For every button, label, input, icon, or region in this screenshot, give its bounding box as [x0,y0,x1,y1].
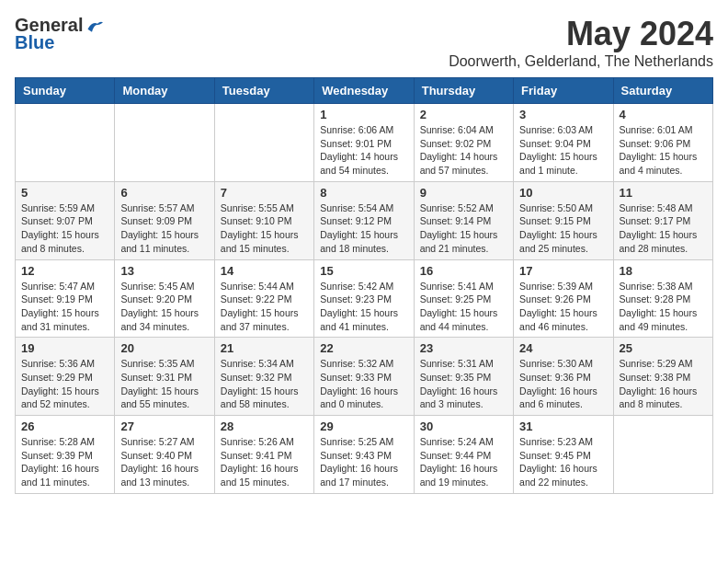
day-info: Sunrise: 6:03 AMSunset: 9:04 PMDaylight:… [519,123,607,178]
calendar-cell: 16Sunrise: 5:41 AMSunset: 9:25 PMDayligh… [414,259,513,338]
calendar-cell: 10Sunrise: 5:50 AMSunset: 9:15 PMDayligh… [514,181,613,259]
day-info: Sunrise: 5:30 AMSunset: 9:36 PMDaylight:… [519,357,607,411]
day-number: 10 [519,186,607,200]
column-header-friday: Friday [514,78,613,104]
calendar-cell [613,416,712,494]
calendar-cell: 30Sunrise: 5:24 AMSunset: 9:44 PMDayligh… [414,416,513,494]
day-info: Sunrise: 5:25 AMSunset: 9:43 PMDaylight:… [320,435,407,489]
day-number: 7 [221,186,308,200]
column-header-tuesday: Tuesday [214,78,313,104]
day-info: Sunrise: 5:24 AMSunset: 9:44 PMDaylight:… [420,435,507,489]
day-info: Sunrise: 5:55 AMSunset: 9:10 PMDaylight:… [221,201,308,256]
day-number: 30 [420,419,507,433]
day-info: Sunrise: 5:45 AMSunset: 9:20 PMDaylight:… [120,280,208,334]
day-info: Sunrise: 5:54 AMSunset: 9:12 PMDaylight:… [320,201,407,256]
calendar-cell: 1Sunrise: 6:06 AMSunset: 9:01 PMDaylight… [314,104,414,182]
calendar-cell: 23Sunrise: 5:31 AMSunset: 9:35 PMDayligh… [414,338,513,416]
day-number: 13 [120,264,208,278]
day-info: Sunrise: 5:50 AMSunset: 9:15 PMDaylight:… [519,201,607,256]
day-number: 16 [420,264,507,278]
day-info: Sunrise: 5:48 AMSunset: 9:17 PMDaylight:… [620,201,707,256]
day-number: 4 [620,108,707,121]
column-header-thursday: Thursday [414,78,513,104]
day-number: 20 [120,341,208,355]
column-header-wednesday: Wednesday [314,78,414,104]
day-info: Sunrise: 5:31 AMSunset: 9:35 PMDaylight:… [420,357,507,411]
calendar-cell: 20Sunrise: 5:35 AMSunset: 9:31 PMDayligh… [115,338,214,416]
day-info: Sunrise: 5:23 AMSunset: 9:45 PMDaylight:… [519,435,607,489]
day-number: 1 [320,108,407,121]
calendar-cell: 12Sunrise: 5:47 AMSunset: 9:19 PMDayligh… [16,259,115,338]
day-info: Sunrise: 5:36 AMSunset: 9:29 PMDaylight:… [21,357,108,411]
calendar-cell: 31Sunrise: 5:23 AMSunset: 9:45 PMDayligh… [514,416,613,494]
calendar-week-row: 5Sunrise: 5:59 AMSunset: 9:07 PMDaylight… [16,181,713,259]
calendar-week-row: 19Sunrise: 5:36 AMSunset: 9:29 PMDayligh… [16,338,713,416]
calendar-cell: 7Sunrise: 5:55 AMSunset: 9:10 PMDaylight… [214,181,313,259]
logo: General Blue [15,15,103,53]
calendar-cell: 3Sunrise: 6:03 AMSunset: 9:04 PMDaylight… [514,104,613,182]
location-subtitle: Doorwerth, Gelderland, The Netherlands [449,53,713,70]
column-header-monday: Monday [115,78,214,104]
day-info: Sunrise: 5:32 AMSunset: 9:33 PMDaylight:… [320,357,407,411]
day-info: Sunrise: 5:38 AMSunset: 9:28 PMDaylight:… [620,280,707,334]
day-info: Sunrise: 6:04 AMSunset: 9:02 PMDaylight:… [420,123,507,178]
day-number: 14 [221,264,308,278]
calendar-cell [115,104,214,182]
calendar-cell: 24Sunrise: 5:30 AMSunset: 9:36 PMDayligh… [514,338,613,416]
column-header-saturday: Saturday [613,78,712,104]
day-info: Sunrise: 6:01 AMSunset: 9:06 PMDaylight:… [620,123,707,178]
calendar-cell: 17Sunrise: 5:39 AMSunset: 9:26 PMDayligh… [514,259,613,338]
calendar-cell: 25Sunrise: 5:29 AMSunset: 9:38 PMDayligh… [613,338,712,416]
calendar-week-row: 12Sunrise: 5:47 AMSunset: 9:19 PMDayligh… [16,259,713,338]
calendar-cell: 11Sunrise: 5:48 AMSunset: 9:17 PMDayligh… [613,181,712,259]
day-number: 3 [519,108,607,121]
day-number: 17 [519,264,607,278]
day-number: 25 [620,341,707,355]
day-info: Sunrise: 5:41 AMSunset: 9:25 PMDaylight:… [420,280,507,334]
day-info: Sunrise: 6:06 AMSunset: 9:01 PMDaylight:… [320,123,407,178]
day-number: 19 [21,341,108,355]
day-number: 27 [120,419,208,433]
calendar-week-row: 26Sunrise: 5:28 AMSunset: 9:39 PMDayligh… [16,416,713,494]
calendar-cell: 19Sunrise: 5:36 AMSunset: 9:29 PMDayligh… [16,338,115,416]
calendar-cell: 28Sunrise: 5:26 AMSunset: 9:41 PMDayligh… [214,416,313,494]
day-info: Sunrise: 5:59 AMSunset: 9:07 PMDaylight:… [21,201,108,256]
day-number: 5 [21,186,108,200]
day-number: 6 [120,186,208,200]
day-number: 9 [420,186,507,200]
day-info: Sunrise: 5:29 AMSunset: 9:38 PMDaylight:… [620,357,707,411]
day-info: Sunrise: 5:47 AMSunset: 9:19 PMDaylight:… [21,280,108,334]
calendar-cell [214,104,313,182]
day-number: 22 [320,341,407,355]
calendar-cell: 14Sunrise: 5:44 AMSunset: 9:22 PMDayligh… [214,259,313,338]
day-number: 2 [420,108,507,121]
calendar-cell: 8Sunrise: 5:54 AMSunset: 9:12 PMDaylight… [314,181,414,259]
day-number: 12 [21,264,108,278]
day-number: 26 [21,419,108,433]
day-info: Sunrise: 5:27 AMSunset: 9:40 PMDaylight:… [120,435,208,489]
day-info: Sunrise: 5:35 AMSunset: 9:31 PMDaylight:… [120,357,208,411]
calendar-cell: 4Sunrise: 6:01 AMSunset: 9:06 PMDaylight… [613,104,712,182]
day-info: Sunrise: 5:26 AMSunset: 9:41 PMDaylight:… [221,435,308,489]
title-area: May 2024 Doorwerth, Gelderland, The Neth… [449,15,713,70]
day-info: Sunrise: 5:42 AMSunset: 9:23 PMDaylight:… [320,280,407,334]
calendar-table: SundayMondayTuesdayWednesdayThursdayFrid… [15,77,713,494]
day-number: 8 [320,186,407,200]
page-header: General Blue May 2024 Doorwerth, Gelderl… [15,15,713,70]
column-header-sunday: Sunday [16,78,115,104]
day-info: Sunrise: 5:34 AMSunset: 9:32 PMDaylight:… [221,357,308,411]
day-number: 28 [221,419,308,433]
day-number: 29 [320,419,407,433]
day-info: Sunrise: 5:57 AMSunset: 9:09 PMDaylight:… [120,201,208,256]
calendar-cell: 5Sunrise: 5:59 AMSunset: 9:07 PMDaylight… [16,181,115,259]
calendar-cell: 27Sunrise: 5:27 AMSunset: 9:40 PMDayligh… [115,416,214,494]
day-number: 21 [221,341,308,355]
calendar-cell: 13Sunrise: 5:45 AMSunset: 9:20 PMDayligh… [115,259,214,338]
day-number: 11 [620,186,707,200]
month-title: May 2024 [449,15,713,53]
day-number: 15 [320,264,407,278]
day-number: 31 [519,419,607,433]
logo-blue-text: Blue [15,32,54,53]
calendar-cell: 15Sunrise: 5:42 AMSunset: 9:23 PMDayligh… [314,259,414,338]
calendar-cell: 6Sunrise: 5:57 AMSunset: 9:09 PMDaylight… [115,181,214,259]
